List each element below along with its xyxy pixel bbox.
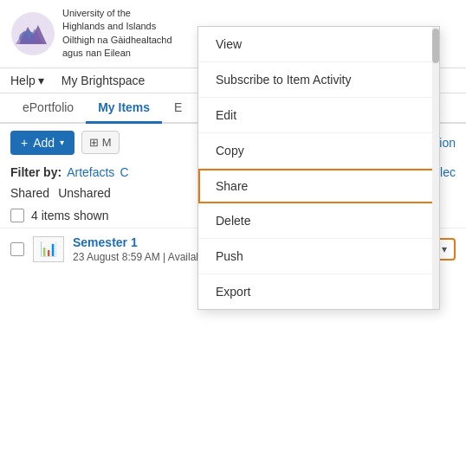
add-button[interactable]: + Add ▾ bbox=[10, 131, 74, 155]
help-chevron-icon: ▾ bbox=[38, 74, 44, 87]
item-checkbox[interactable] bbox=[10, 242, 24, 256]
dropdown-chevron-icon: ▾ bbox=[442, 243, 447, 255]
items-count-text: 4 items shown bbox=[31, 209, 108, 222]
dropdown-menu: View Subscribe to Item Activity Edit Cop… bbox=[197, 26, 440, 310]
menu-item-delete[interactable]: Delete bbox=[198, 203, 439, 239]
select-all-checkbox[interactable] bbox=[10, 209, 24, 222]
menu-item-push[interactable]: Push bbox=[198, 239, 439, 274]
shared-label: Shared bbox=[10, 186, 49, 200]
unshared-label: Unshared bbox=[58, 186, 111, 200]
menu-item-edit[interactable]: Edit bbox=[198, 98, 439, 133]
item-icon: 📊 bbox=[33, 236, 64, 262]
help-label: Help bbox=[10, 74, 36, 87]
grid-icon: ⊞ bbox=[89, 136, 99, 149]
menu-item-share[interactable]: Share bbox=[198, 169, 439, 203]
scrollbar-track bbox=[432, 27, 439, 309]
add-chevron-icon: ▾ bbox=[60, 138, 64, 147]
filter-by-label: Filter by: bbox=[10, 165, 61, 179]
tab-my-items[interactable]: My Items bbox=[86, 93, 162, 124]
view-icon-button[interactable]: ⊞ M bbox=[81, 131, 119, 154]
add-label: Add bbox=[33, 136, 55, 150]
menu-item-copy[interactable]: Copy bbox=[198, 133, 439, 169]
artefacts-filter[interactable]: Artefacts bbox=[67, 165, 114, 179]
tab-other[interactable]: E bbox=[162, 93, 194, 124]
university-logo bbox=[10, 11, 55, 56]
my-brightspace-link[interactable]: My Brightspace bbox=[61, 74, 145, 87]
university-name: University of the Highlands and Islands … bbox=[62, 7, 172, 61]
logo-area: University of the Highlands and Islands … bbox=[10, 7, 172, 61]
menu-item-view[interactable]: View bbox=[198, 27, 439, 62]
dropdown-menu-list: View Subscribe to Item Activity Edit Cop… bbox=[198, 27, 439, 309]
tab-eportfolio[interactable]: ePortfolio bbox=[10, 93, 86, 124]
menu-item-export[interactable]: Export bbox=[198, 274, 439, 309]
menu-item-subscribe[interactable]: Subscribe to Item Activity bbox=[198, 62, 439, 98]
c-filter[interactable]: C bbox=[120, 165, 128, 179]
m-label: M bbox=[102, 136, 112, 149]
plus-icon: + bbox=[21, 136, 28, 150]
item-type-icon: 📊 bbox=[40, 241, 57, 257]
scrollbar-thumb[interactable] bbox=[432, 29, 439, 63]
help-menu[interactable]: Help ▾ bbox=[10, 74, 44, 87]
